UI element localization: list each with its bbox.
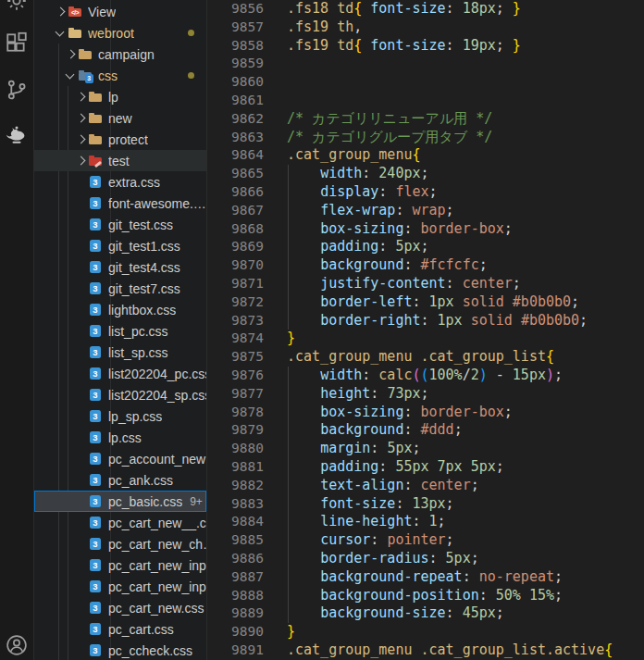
line-number[interactable]: 9885 xyxy=(207,531,264,550)
code-line[interactable]: 9883 font-size: 13px; xyxy=(207,495,644,514)
code-line[interactable]: 9882 text-align: center; xyxy=(207,477,644,495)
code-line[interactable]: 9876 width: calc((100%/2) - 15px); xyxy=(207,367,644,385)
tree-item-pc-cart-new-ch[interactable]: 3pc_cart_new_ch… xyxy=(34,533,206,554)
line-number[interactable]: 9884 xyxy=(207,513,264,531)
line-number[interactable]: 9878 xyxy=(207,404,264,422)
tree-item-git-test7-css[interactable]: 3git_test7.css xyxy=(34,278,206,299)
tree-item-pc-cart-new-inp[interactable]: 3pc_cart_new_inp… xyxy=(34,554,206,576)
code-line[interactable]: 9859 xyxy=(207,55,644,73)
code-line[interactable]: 9871 justify-content: center; xyxy=(207,275,644,293)
tree-item-lp-css[interactable]: 3lp.css xyxy=(34,427,206,448)
code-line[interactable]: 9889 background-size: 45px; xyxy=(207,604,644,623)
chevron-right-icon[interactable] xyxy=(73,111,88,126)
code-line[interactable]: 9875.cat_group_menu .cat_group_list{ xyxy=(207,348,644,367)
line-number[interactable]: 9863 xyxy=(207,129,264,147)
tree-item-webroot[interactable]: webroot xyxy=(34,22,206,44)
code-line[interactable]: 9862/* カテゴリリニューアル用 */ xyxy=(207,110,644,129)
tree-item-pc-cart-new-css[interactable]: 3pc_cart_new__.css xyxy=(34,512,206,533)
tree-item-list-sp-css[interactable]: 3list_sp.css xyxy=(34,342,206,363)
code-line[interactable]: 9867 flex-wrap: wrap; xyxy=(207,202,644,220)
tree-item-campaign[interactable]: campaign xyxy=(34,44,206,65)
line-number[interactable]: 9867 xyxy=(207,202,264,220)
line-number[interactable]: 9860 xyxy=(207,73,264,92)
line-number[interactable]: 9888 xyxy=(207,587,264,605)
code-line[interactable]: 9891.cat_group_menu .cat_group_list.acti… xyxy=(207,641,644,660)
tree-item-pc-account-new[interactable]: 3pc_account_new… xyxy=(34,448,206,469)
gear-icon[interactable] xyxy=(0,0,33,15)
line-number[interactable]: 9875 xyxy=(207,348,264,367)
code-line[interactable]: 9884 line-height: 1; xyxy=(207,513,644,531)
tree-item-git-test1-css[interactable]: 3git_test1.css xyxy=(34,235,206,256)
code-line[interactable]: 9874} xyxy=(207,330,644,348)
code-line[interactable]: 9857.fs19 th, xyxy=(207,19,644,37)
line-number[interactable]: 9858 xyxy=(207,37,264,56)
tree-item-lp-sp-css[interactable]: 3lp_sp.css xyxy=(34,405,206,427)
code-line[interactable]: 9887 background-repeat: no-repeat; xyxy=(207,568,644,587)
line-number[interactable]: 9864 xyxy=(207,146,264,165)
code-line[interactable]: 9881 padding: 55px 7px 5px; xyxy=(207,458,644,477)
tree-item-list-pc-css[interactable]: 3list_pc.css xyxy=(34,320,206,342)
line-number[interactable]: 9869 xyxy=(207,238,264,256)
chevron-right-icon[interactable] xyxy=(63,47,78,62)
chevron-right-icon[interactable] xyxy=(73,132,88,147)
line-number[interactable]: 9883 xyxy=(207,495,264,514)
code-line[interactable]: 9890} xyxy=(207,623,644,641)
line-number[interactable]: 9880 xyxy=(207,440,264,458)
tree-item-css[interactable]: 3css xyxy=(34,65,206,86)
code-line[interactable]: 9879 background: #ddd; xyxy=(207,421,644,440)
line-number[interactable]: 9866 xyxy=(207,183,264,202)
line-number[interactable]: 9879 xyxy=(207,421,264,440)
tree-item-pc-cart-new-css[interactable]: 3pc_cart_new.css xyxy=(34,597,206,618)
code-line[interactable]: 9865 width: 240px; xyxy=(207,165,644,183)
line-number[interactable]: 9872 xyxy=(207,293,264,312)
chevron-right-icon[interactable] xyxy=(73,154,88,168)
code-line[interactable]: 9886 border-radius: 5px; xyxy=(207,550,644,568)
tree-item-new[interactable]: new xyxy=(34,107,206,129)
account-icon[interactable] xyxy=(0,631,33,659)
tree-item-git-test-css[interactable]: 3git_test.css xyxy=(34,214,206,235)
line-number[interactable]: 9887 xyxy=(207,568,264,587)
tree-item-pc-ank-css[interactable]: 3pc_ank.css xyxy=(34,469,206,491)
line-number[interactable]: 9857 xyxy=(207,19,264,37)
tree-item-extra-css[interactable]: 3extra.css xyxy=(34,171,206,193)
line-number[interactable]: 9859 xyxy=(207,55,264,73)
source-control-icon[interactable] xyxy=(0,76,33,104)
code-line[interactable]: 9864.cat_group_menu{ xyxy=(207,146,644,165)
tree-item-list202204-sp-css[interactable]: 3list202204_sp.css xyxy=(34,384,206,405)
line-number[interactable]: 9890 xyxy=(207,623,264,641)
tree-item-protect[interactable]: protect xyxy=(34,129,206,150)
line-number[interactable]: 9871 xyxy=(207,275,264,293)
chevron-down-icon[interactable] xyxy=(63,68,78,83)
tree-item-pc-cart-new-inp[interactable]: 3pc_cart_new_inp… xyxy=(34,576,206,597)
code-line[interactable]: 9866 display: flex; xyxy=(207,183,644,202)
tree-item-view[interactable]: </>View xyxy=(34,1,206,22)
line-number[interactable]: 9889 xyxy=(207,604,264,623)
line-number[interactable]: 9865 xyxy=(207,165,264,183)
line-number[interactable]: 9861 xyxy=(207,92,264,110)
tree-item-pc-cart-css[interactable]: 3pc_cart.css xyxy=(34,618,206,640)
code-line[interactable]: 9860 xyxy=(207,73,644,92)
tree-item-lightbox-css[interactable]: 3lightbox.css xyxy=(34,299,206,320)
line-number[interactable]: 9877 xyxy=(207,385,264,404)
extensions-icon[interactable] xyxy=(0,29,33,56)
line-number[interactable]: 9868 xyxy=(207,220,264,239)
code-line[interactable]: 9872 border-left: 1px solid #b0b0b0; xyxy=(207,293,644,312)
code-line[interactable]: 9880 margin: 5px; xyxy=(207,440,644,458)
code-line[interactable]: 9869 padding: 5px; xyxy=(207,238,644,256)
code-line[interactable]: 9858.fs19 td{ font-size: 19px; } xyxy=(207,37,644,56)
tree-item-test[interactable]: test xyxy=(34,150,206,171)
tree-item-pc-ccheck-css[interactable]: 3pc_ccheck.css xyxy=(34,640,206,660)
tree-item-lp[interactable]: lp xyxy=(34,86,206,107)
tree-item-font-awesome[interactable]: 3font-awesome.… xyxy=(34,193,206,214)
code-editor[interactable]: 9856.fs18 td{ font-size: 18px; }9857.fs1… xyxy=(207,0,644,660)
code-line[interactable]: 9868 box-sizing: border-box; xyxy=(207,220,644,239)
code-line[interactable]: 9861 xyxy=(207,92,644,110)
line-number[interactable]: 9886 xyxy=(207,550,264,568)
line-number[interactable]: 9874 xyxy=(207,330,264,348)
tree-item-git-test4-css[interactable]: 3git_test4.css xyxy=(34,256,206,278)
line-number[interactable]: 9873 xyxy=(207,312,264,330)
code-line[interactable]: 9856.fs18 td{ font-size: 18px; } xyxy=(207,0,644,19)
line-number[interactable]: 9870 xyxy=(207,256,264,275)
code-line[interactable]: 9878 box-sizing: border-box; xyxy=(207,404,644,422)
line-number[interactable]: 9881 xyxy=(207,458,264,477)
